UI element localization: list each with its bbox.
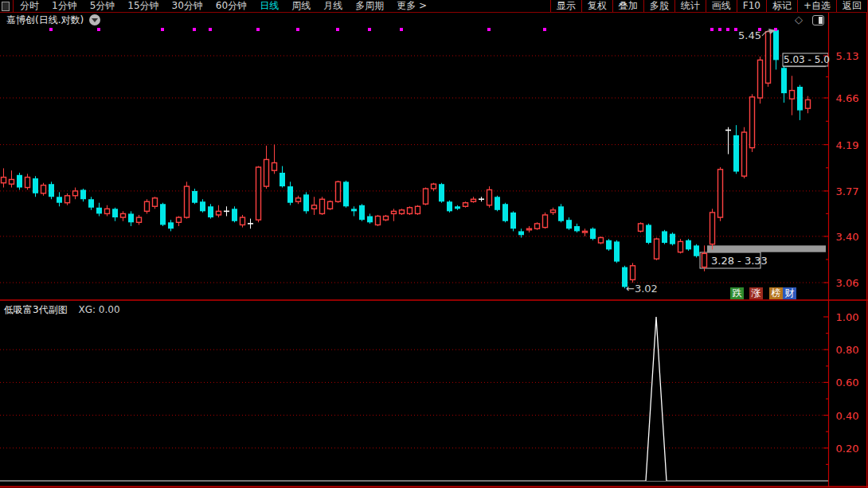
candle-body-up: [376, 217, 381, 225]
candle-body-up: [256, 167, 261, 220]
candle-body-down: [80, 189, 86, 199]
tool-item-5[interactable]: 画线: [706, 0, 737, 12]
candle-body-up: [583, 231, 588, 232]
signal-dot: [543, 28, 546, 31]
candle-body-up: [718, 170, 723, 217]
badge-1[interactable]: 涨: [749, 287, 763, 299]
menu-item-1[interactable]: 1分钟: [45, 0, 84, 12]
candle-body-up: [471, 199, 476, 201]
menu-item-4[interactable]: 30分钟: [166, 0, 209, 12]
tool-item-8[interactable]: +自选: [797, 0, 836, 12]
candle-body-up: [217, 211, 221, 215]
candle-body-up: [543, 215, 548, 228]
candle-body-down: [192, 191, 197, 203]
tool-item-2[interactable]: 叠加: [612, 0, 643, 12]
badge-0[interactable]: 跌: [730, 287, 744, 299]
signal-dot: [734, 28, 737, 31]
candle-body-down: [343, 182, 349, 206]
sub-axis-label-2: 0.60: [831, 377, 863, 388]
candle-body-up: [2, 178, 6, 183]
menu-item-9[interactable]: 多周期: [349, 0, 390, 12]
menu-item-8[interactable]: 月线: [317, 0, 349, 12]
tool-item-7[interactable]: 标记: [766, 0, 797, 12]
candle-body-up: [678, 241, 683, 252]
candle-body-down: [686, 240, 691, 250]
gap-zone-bar-1: [707, 245, 826, 252]
sub-axis-label-1: 0.80: [831, 344, 863, 356]
candle-body-up: [655, 239, 659, 259]
candle-body-up: [424, 189, 428, 204]
candle-body-up: [392, 211, 397, 213]
indicator-label[interactable]: 低吸富3代副图 XG: 0.00: [4, 303, 120, 317]
main-axis-label-4: 3.40: [831, 231, 863, 243]
candle-body-down: [670, 234, 675, 244]
candle-body-up: [296, 198, 301, 201]
signal-dot: [368, 28, 371, 31]
annotation-upper-gap: 5.03 - 5.0: [784, 54, 827, 66]
candle-body-up: [240, 217, 245, 224]
signal-dot: [726, 28, 729, 31]
tool-item-4[interactable]: 统计: [674, 0, 706, 12]
tools-menu: 显示复权叠加多股统计画线F10标记+自选返回: [550, 0, 868, 12]
candle-body-down: [614, 241, 620, 261]
badge-2[interactable]: 榜: [769, 287, 783, 299]
badge-3[interactable]: 财: [783, 287, 796, 299]
candle-body-up: [416, 206, 420, 213]
annotation-lower-gap: 3.28 - 3.33: [711, 255, 768, 267]
candle-body-up: [766, 32, 771, 84]
tool-item-9[interactable]: 返回: [836, 0, 868, 12]
indicator-name: 低吸富3代副图: [4, 304, 68, 315]
candle-body-up: [312, 205, 317, 209]
candle-body-down: [733, 135, 739, 172]
app-window: { "menu_bar": { "corner_icon": "app-wind…: [0, 0, 868, 488]
candle-body-up: [710, 213, 715, 244]
signal-dot: [49, 28, 53, 31]
menu-item-3[interactable]: 15分钟: [121, 0, 165, 12]
app-window-icon[interactable]: [2, 2, 10, 11]
candle-body-down: [303, 194, 309, 211]
menu-item-7[interactable]: 周线: [285, 0, 317, 12]
candle-body-down: [128, 213, 134, 222]
candle-body-up: [384, 217, 389, 221]
candle-body-down: [662, 231, 667, 243]
candle-body-up: [463, 203, 468, 207]
candle-body-up: [25, 178, 30, 188]
window-panel-icon[interactable]: [812, 15, 824, 25]
candle-body-down: [510, 213, 516, 228]
candle-body-up: [487, 189, 492, 205]
candle-body-down: [447, 201, 452, 211]
xg-spike: [646, 317, 667, 481]
menu-item-2[interactable]: 5分钟: [84, 0, 122, 12]
diamond-icon[interactable]: ◇: [795, 14, 803, 25]
candle-body-up: [73, 191, 78, 196]
tool-item-1[interactable]: 复权: [581, 0, 612, 12]
signal-dot: [161, 28, 164, 31]
candle-body-down: [57, 197, 62, 202]
candle-body-up: [10, 179, 14, 184]
chart-canvas[interactable]: [0, 0, 868, 488]
candle-body-up: [121, 213, 126, 217]
candle-body-up: [631, 266, 635, 280]
annotation-high-price: 5.45: [738, 29, 761, 41]
candle-body-up: [527, 228, 532, 230]
candle-body-down: [797, 87, 803, 111]
stock-title[interactable]: 嘉博创(日线.对数): [6, 14, 84, 27]
candle-body-up: [742, 132, 747, 176]
candle-body-up: [408, 208, 412, 214]
menu-item-5[interactable]: 60分钟: [209, 0, 253, 12]
menu-item-10[interactable]: 更多 >: [390, 0, 433, 12]
tool-item-0[interactable]: 显示: [550, 0, 581, 12]
main-axis-label-1: 4.66: [831, 92, 863, 104]
candle-body-down: [33, 178, 38, 193]
tool-item-6[interactable]: F10: [737, 0, 766, 12]
candle-body-up: [758, 60, 763, 98]
menu-item-0[interactable]: 分时: [14, 0, 45, 12]
candle-body-up: [105, 209, 110, 213]
candle-body-down: [49, 184, 54, 197]
tool-item-3[interactable]: 多股: [643, 0, 674, 12]
menu-item-6[interactable]: 日线: [253, 0, 285, 12]
chevron-down-circle-icon[interactable]: [89, 14, 100, 25]
main-axis-label-5: 3.06: [831, 277, 863, 289]
candle-body-down: [455, 206, 460, 209]
candle-body-down: [590, 228, 596, 239]
